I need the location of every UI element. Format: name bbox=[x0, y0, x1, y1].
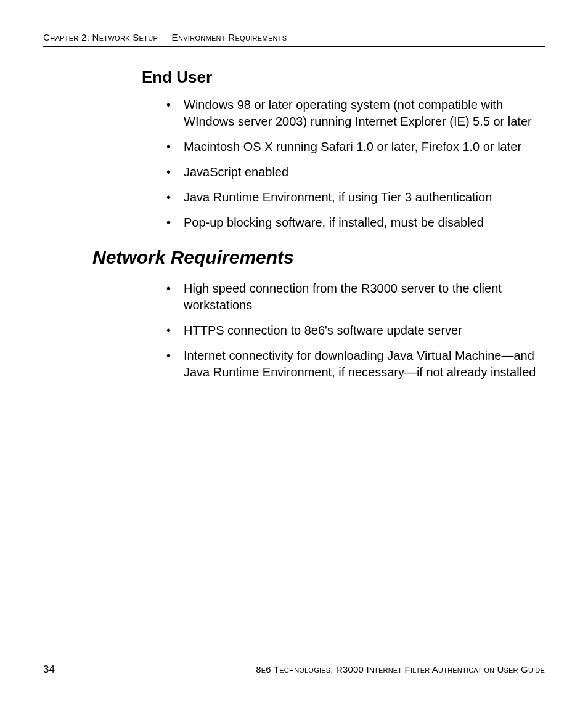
list-item: Windows 98 or later operating system (no… bbox=[166, 97, 539, 130]
list-item: JavaScript enabled bbox=[166, 164, 539, 181]
footer-doc-title: 8e6 Technologies, R3000 Internet Filter … bbox=[256, 664, 545, 675]
list-item: High speed connection from the R3000 ser… bbox=[166, 280, 539, 314]
list-item: Pop-up blocking software, if installed, … bbox=[166, 214, 539, 231]
list-item: Java Runtime Environment, if using Tier … bbox=[166, 189, 539, 206]
list-item: Internet connectivity for downloading Ja… bbox=[166, 347, 539, 381]
subheading-end-user: End User bbox=[142, 68, 545, 87]
section-heading-network-requirements: Network Requirements bbox=[92, 247, 545, 268]
header-section: Environment Requirements bbox=[172, 32, 287, 43]
end-user-list: Windows 98 or later operating system (no… bbox=[166, 97, 539, 231]
list-item: HTTPS connection to 8e6's software updat… bbox=[166, 322, 539, 339]
running-header: Chapter 2: Network Setup Environment Req… bbox=[43, 32, 545, 47]
network-requirements-list: High speed connection from the R3000 ser… bbox=[166, 280, 539, 381]
list-item: Macintosh OS X running Safari 1.0 or lat… bbox=[166, 139, 539, 155]
content-area: End User Windows 98 or later operating s… bbox=[142, 68, 545, 381]
page: Chapter 2: Network Setup Environment Req… bbox=[0, 0, 588, 714]
page-number: 34 bbox=[43, 663, 55, 676]
header-chapter: Chapter 2: Network Setup bbox=[43, 32, 158, 43]
footer: 34 8e6 Technologies, R3000 Internet Filt… bbox=[43, 663, 545, 676]
